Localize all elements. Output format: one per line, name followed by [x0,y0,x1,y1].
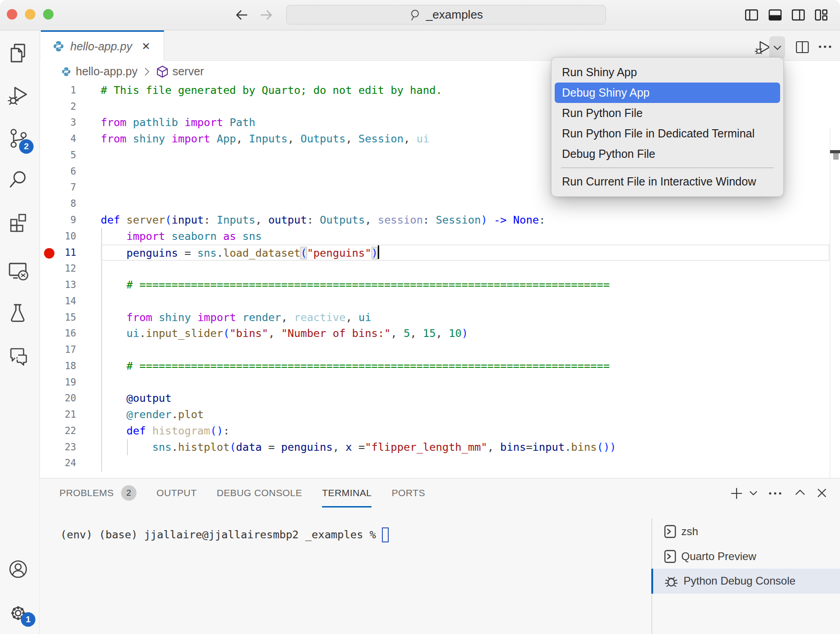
line-number[interactable]: 18 [40,361,76,371]
terminal-session-quarto-preview[interactable]: Quarto Preview [651,544,840,569]
explorer-icon[interactable] [7,42,29,64]
debug-console-icon [664,574,679,588]
terminal-session-python-debug-console[interactable]: Python Debug Console [651,569,840,594]
customize-layout-icon[interactable] [813,7,829,23]
new-terminal-icon[interactable] [730,487,743,500]
code-line-24[interactable]: 24 [40,455,840,472]
menu-item-debug-shiny-app[interactable]: Debug Shiny App [555,83,780,103]
code-text: @render.plot [101,408,204,421]
window-search-field[interactable]: _examples [286,5,606,24]
run-dropdown-button[interactable] [769,36,785,59]
line-number[interactable]: 4 [40,133,76,144]
testing-icon[interactable] [7,302,29,324]
line-number[interactable]: 15 [40,312,76,323]
code-line-17[interactable]: 17 [40,341,840,358]
breadcrumb-symbol[interactable]: server [172,65,204,78]
toggle-right-sidebar-icon[interactable] [791,7,806,23]
menu-item-run-python-file-in-dedicated-terminal[interactable]: Run Python File in Dedicated Terminal [555,123,780,144]
toggle-bottom-panel-icon[interactable] [767,7,783,23]
panel-tab-output[interactable]: OUTPUT [156,478,197,507]
search-icon [409,9,422,21]
line-number[interactable]: 17 [40,344,76,355]
line-number[interactable]: 2 [40,101,76,112]
code-line-15[interactable]: 15 from shiny import render, reactive, u… [40,309,840,326]
forward-arrow-icon[interactable] [259,7,274,23]
maximize-window-button[interactable] [43,9,54,20]
code-line-14[interactable]: 14 [40,293,840,309]
menu-item-run-shiny-app[interactable]: Run Shiny App [555,62,780,83]
code-line-10[interactable]: 10 import seaborn as sns [40,228,840,244]
close-window-button[interactable] [7,9,17,20]
code-line-19[interactable]: 19 [40,374,840,390]
menu-item-debug-python-file[interactable]: Debug Python File [555,144,780,164]
code-line-18[interactable]: 18 # ===================================… [40,358,840,374]
panel-tab-debug-console[interactable]: DEBUG CONSOLE [217,478,302,507]
line-number[interactable]: 12 [40,263,76,274]
run-debug-icon[interactable] [7,84,29,106]
line-number[interactable]: 6 [40,166,76,177]
code-text: # This file generated by Quarto; do not … [101,84,442,97]
panel-tab-problems[interactable]: PROBLEMS2 [59,478,137,507]
line-number[interactable]: 19 [40,377,76,388]
account-icon[interactable] [7,558,29,580]
code-text: def histogram(): [101,424,230,437]
code-text: from shiny import App, Inputs, Outputs, … [101,132,430,145]
back-arrow-icon[interactable] [234,7,249,23]
terminal-output[interactable]: (env) (base) jjallaire@jjallairesmbp2 _e… [60,526,389,544]
menu-item-run-python-file[interactable]: Run Python File [555,103,780,123]
split-editor-icon[interactable] [796,41,809,54]
line-number[interactable]: 14 [40,296,76,307]
code-line-8[interactable]: 8 [40,195,840,212]
panel-tab-ports[interactable]: PORTS [391,478,425,507]
line-number[interactable]: 16 [40,328,76,339]
line-number[interactable]: 24 [40,458,76,468]
line-number[interactable]: 7 [40,182,76,193]
code-line-20[interactable]: 20 @output [40,390,840,407]
line-number[interactable]: 8 [40,198,76,209]
line-number[interactable]: 10 [40,231,76,242]
code-line-13[interactable]: 13 # ===================================… [40,277,840,293]
code-line-9[interactable]: 9def server(input: Inputs, output: Outpu… [40,212,840,228]
code-text: import seaborn as sns [101,230,262,243]
terminal-session-zsh[interactable]: zsh [651,519,840,544]
line-number[interactable]: 13 [40,279,76,290]
terminal-dropdown-icon[interactable] [749,490,758,497]
code-line-21[interactable]: 21 @render.plot [40,406,840,423]
symbol-namespace-icon [156,65,168,78]
code-text: sns.histplot(data = penguins, x ="flippe… [101,441,616,454]
panel-tab-terminal[interactable]: TERMINAL [322,478,371,507]
remote-explorer-icon[interactable] [7,260,29,282]
comments-icon[interactable] [7,345,29,367]
code-line-22[interactable]: 22 def histogram(): [40,423,840,439]
line-number[interactable]: 9 [40,215,76,225]
line-number[interactable]: 21 [40,409,76,420]
line-number[interactable]: 23 [40,442,76,453]
text-cursor [378,245,379,259]
code-line-12[interactable]: 12 [40,260,840,277]
panel-more-actions-icon[interactable] [768,491,782,496]
code-line-16[interactable]: 16 ui.input_slider("bins", "Number of bi… [40,325,840,341]
line-number[interactable]: 3 [40,117,76,128]
line-number[interactable]: 20 [40,393,76,404]
python-file-icon-small [61,67,71,77]
session-label: zsh [681,525,698,538]
tab-close-icon[interactable]: ✕ [142,40,150,52]
code-line-23[interactable]: 23 sns.histplot(data = penguins, x ="fli… [40,439,840,455]
search-sidebar-icon[interactable] [7,169,29,191]
settings-badge: 1 [21,612,35,627]
extensions-icon[interactable] [7,211,29,233]
menu-item-run-current-file-in-interactive-window[interactable]: Run Current File in Interactive Window [555,171,780,192]
line-number[interactable]: 1 [40,85,76,96]
maximize-panel-icon[interactable] [795,488,806,496]
minimize-window-button[interactable] [25,9,35,20]
terminal-icon [664,549,676,564]
breadcrumb-file[interactable]: hello-app.py [76,65,137,78]
line-number[interactable]: 22 [40,425,76,436]
editor-more-actions-icon[interactable] [818,44,832,49]
line-number[interactable]: 11 [40,247,76,258]
close-panel-icon[interactable] [816,488,827,498]
line-number[interactable]: 5 [40,150,76,161]
tab-hello-app[interactable]: hello-app.py ✕ [41,30,164,61]
source-control-badge: 2 [19,139,34,154]
toggle-left-sidebar-icon[interactable] [744,7,759,23]
